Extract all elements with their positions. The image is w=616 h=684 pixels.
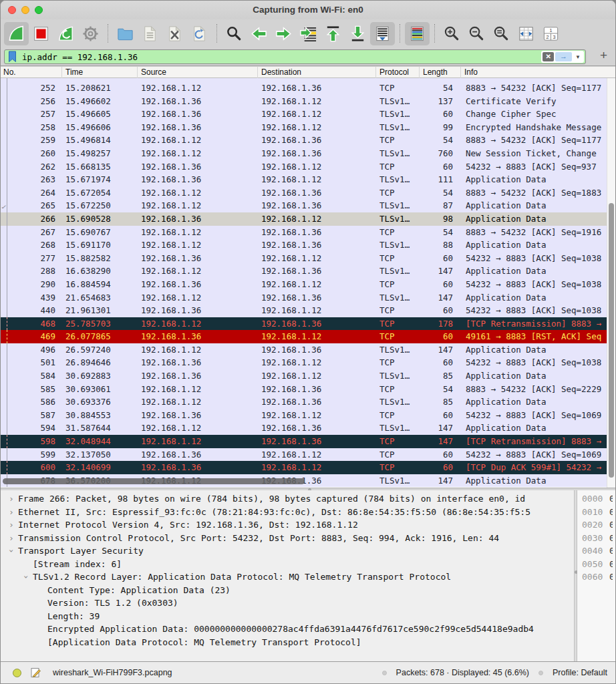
save-file-button[interactable]	[138, 22, 162, 45]
detail-line[interactable]: ›Transport Layer Security	[1, 544, 574, 558]
go-forward-button[interactable]	[271, 22, 296, 45]
expand-arrow-icon[interactable]: ›	[5, 492, 18, 506]
detail-line[interactable]: Encrypted Application Data: 000000000000…	[1, 623, 574, 636]
packet-details-pane[interactable]: ›Frame 266: Packet, 98 bytes on wire (78…	[1, 490, 574, 661]
packet-row-584[interactable]: 58430.692883192.168.1.36192.168.1.12TLSv…	[1, 369, 615, 383]
packet-row-600[interactable]: 60032.140699192.168.1.36192.168.1.12TCP6…	[1, 461, 615, 474]
close-file-button[interactable]	[162, 22, 187, 45]
go-back-button[interactable]	[247, 22, 271, 45]
packet-row-599[interactable]: 59932.137050192.168.1.36192.168.1.12TCP6…	[1, 448, 615, 462]
bookmark-icon[interactable]	[7, 51, 17, 63]
clear-filter-button[interactable]: ✕	[543, 52, 554, 61]
detail-line[interactable]: [Stream index: 6]	[1, 558, 574, 571]
packet-row-468[interactable]: 46825.785703192.168.1.12192.168.1.36TCP1…	[1, 317, 615, 331]
zoom-in-button[interactable]	[440, 22, 464, 45]
detail-line[interactable]: [Application Data Protocol: MQ Telemetry…	[1, 636, 574, 649]
hex-offset-line[interactable]: 00200	[577, 518, 615, 532]
horizontal-scrollbar-thumb[interactable]	[3, 478, 305, 484]
packet-row-265[interactable]: ✓26515.672250192.168.1.12192.168.1.36TLS…	[1, 199, 615, 212]
hex-offset-line[interactable]: 00100	[577, 506, 615, 519]
column-header-info[interactable]: Info	[461, 67, 615, 78]
start-capture-button[interactable]	[4, 22, 29, 45]
filter-expression-text[interactable]: ip.addr == 192.168.1.36	[22, 52, 541, 62]
packet-row-585[interactable]: 58530.693061192.168.1.12192.168.1.36TCP5…	[1, 383, 615, 396]
column-header-source[interactable]: Source	[138, 67, 258, 78]
packet-row-587[interactable]: 58730.884553192.168.1.36192.168.1.12TCP6…	[1, 409, 615, 422]
packet-bytes-pane[interactable]: 00000001000020000300004000050000600	[577, 490, 615, 661]
profile-text[interactable]: Profile: Default	[553, 668, 607, 677]
capture-filename[interactable]: wireshark_Wi-FiH799F3.pcapng	[53, 668, 172, 677]
collapse-arrow-icon[interactable]: ›	[19, 570, 33, 584]
zoom-reset-button[interactable]	[489, 22, 514, 45]
packet-row-258[interactable]: 25815.496606192.168.1.36192.168.1.12TLSv…	[1, 121, 615, 134]
packet-row-501[interactable]: 50126.894646192.168.1.36192.168.1.12TCP6…	[1, 356, 615, 369]
auto-scroll-toggle-button[interactable]	[370, 22, 395, 45]
hex-offset-line[interactable]: 00300	[577, 532, 615, 545]
packet-row-262[interactable]: 26215.668135192.168.1.36192.168.1.12TCP6…	[1, 160, 615, 174]
packet-row-586[interactable]: 58630.693376192.168.1.12192.168.1.36TLSv…	[1, 395, 615, 409]
go-to-packet-button[interactable]	[296, 22, 321, 45]
filter-dropdown-caret-icon[interactable]: ▼	[573, 54, 583, 60]
vertical-scrollbar-thumb[interactable]	[609, 203, 614, 478]
expand-arrow-icon[interactable]: ›	[5, 518, 18, 532]
packet-row-594[interactable]: 59431.587644192.168.1.12192.168.1.36TLSv…	[1, 421, 615, 435]
detail-line[interactable]: ›Frame 266: Packet, 98 bytes on wire (78…	[1, 492, 574, 506]
packet-row-440[interactable]: 44021.961301192.168.1.36192.168.1.12TCP6…	[1, 304, 615, 317]
capture-options-button[interactable]	[78, 22, 103, 45]
packet-row-263[interactable]: 26315.671974192.168.1.36192.168.1.12TLSv…	[1, 173, 615, 186]
go-to-bottom-button[interactable]	[345, 22, 370, 45]
packet-row-266[interactable]: 26615.690528192.168.1.36192.168.1.12TLSv…	[1, 212, 615, 226]
column-header-protocol[interactable]: Protocol	[376, 67, 420, 78]
packet-row-268[interactable]: 26815.691170192.168.1.12192.168.1.36TLSv…	[1, 238, 615, 252]
packet-row-257[interactable]: 25715.496605192.168.1.36192.168.1.12TLSv…	[1, 108, 615, 121]
detail-line[interactable]: Version: TLS 1.2 (0x0303)	[1, 596, 574, 610]
detail-line[interactable]: Content Type: Application Data (23)	[1, 584, 574, 597]
detail-line[interactable]: ›Transmission Control Protocol, Src Port…	[1, 532, 574, 545]
expert-info-icon[interactable]	[13, 669, 21, 677]
column-header-length[interactable]: Length	[420, 67, 461, 78]
go-to-top-button[interactable]	[321, 22, 345, 45]
resize-columns-button[interactable]	[514, 22, 538, 45]
detail-line[interactable]: ›Ethernet II, Src: Espressif_93:fc:0c (7…	[1, 506, 574, 519]
packet-row-277[interactable]: 27715.882582192.168.1.36192.168.1.12TCP6…	[1, 252, 615, 265]
column-header-time[interactable]: Time	[62, 67, 138, 78]
detail-line[interactable]: ›Internet Protocol Version 4, Src: 192.1…	[1, 518, 574, 532]
packet-row-256[interactable]: 25615.496602192.168.1.36192.168.1.12TLSv…	[1, 95, 615, 108]
expand-arrow-icon[interactable]: ›	[5, 506, 18, 519]
detail-line[interactable]: Length: 39	[1, 610, 574, 623]
expand-arrow-icon[interactable]: ›	[5, 532, 18, 545]
restart-capture-button[interactable]	[53, 22, 78, 45]
hex-offset-line[interactable]: 00000	[577, 492, 615, 506]
apply-filter-button[interactable]: →	[555, 52, 572, 61]
display-filter-input[interactable]: ip.addr == 192.168.1.36 ✕ → ▼	[4, 49, 586, 64]
detail-line[interactable]: ›TLSv1.2 Record Layer: Application Data …	[1, 570, 574, 584]
packet-list-body[interactable]: 25215.208621192.168.1.12192.168.1.36TCP5…	[1, 78, 615, 488]
stop-capture-button[interactable]	[29, 22, 53, 45]
collapse-arrow-icon[interactable]: ›	[5, 544, 18, 558]
packet-row-259[interactable]: 25915.496814192.168.1.12192.168.1.36TCP5…	[1, 134, 615, 147]
packet-row-260[interactable]: 26015.498257192.168.1.12192.168.1.36TLSv…	[1, 147, 615, 160]
capture-comment-icon[interactable]	[31, 667, 41, 678]
packet-row-264[interactable]: 26415.672054192.168.1.12192.168.1.36TCP5…	[1, 186, 615, 200]
zoom-out-button[interactable]	[464, 22, 489, 45]
open-file-button[interactable]	[113, 22, 138, 45]
packet-row-496[interactable]: 49626.597240192.168.1.12192.168.1.36TLSv…	[1, 343, 615, 357]
add-filter-button[interactable]: +	[600, 48, 607, 63]
packet-row-598[interactable]: 59832.048944192.168.1.12192.168.1.36TCP1…	[1, 435, 615, 448]
packet-row-267[interactable]: 26715.690767192.168.1.12192.168.1.36TCP5…	[1, 226, 615, 239]
reload-file-button[interactable]	[187, 22, 212, 45]
packet-row-469[interactable]: 46926.077865192.168.1.36192.168.1.12TCP6…	[1, 330, 615, 343]
find-packet-button[interactable]	[222, 22, 247, 45]
title-bar[interactable]: Capturing from Wi-Fi: en0	[1, 1, 615, 19]
hex-offset-line[interactable]: 00500	[577, 558, 615, 571]
colorize-toggle-button[interactable]	[405, 22, 430, 45]
packet-row-439[interactable]: 43921.654683192.168.1.12192.168.1.36TLSv…	[1, 291, 615, 305]
layout-chooser-button[interactable]: 123	[538, 22, 563, 45]
hex-offset-line[interactable]: 00400	[577, 544, 615, 558]
column-header-destination[interactable]: Destination	[258, 67, 376, 78]
packet-row-288[interactable]: 28816.638290192.168.1.12192.168.1.36TLSv…	[1, 265, 615, 278]
hex-offset-line[interactable]: 00600	[577, 570, 615, 584]
packet-row-290[interactable]: 29016.884594192.168.1.36192.168.1.12TCP6…	[1, 278, 615, 291]
packet-row-252[interactable]: 25215.208621192.168.1.12192.168.1.36TCP5…	[1, 81, 615, 95]
column-header-no[interactable]: No.	[1, 67, 62, 78]
